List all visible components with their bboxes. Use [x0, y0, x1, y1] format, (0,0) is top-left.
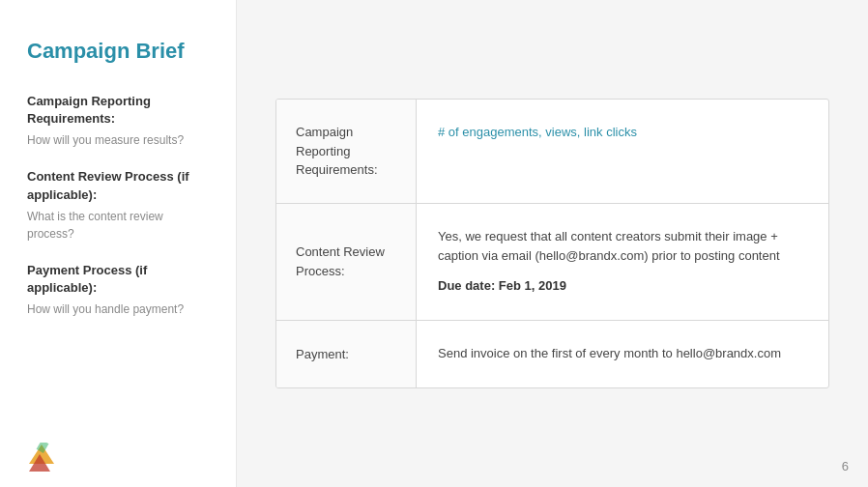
table-row: Payment: Send invoice on the first of ev… — [276, 321, 828, 387]
table-row: Content Review Process: Yes, we request … — [276, 204, 828, 321]
sidebar-section-heading-reporting: Campaign Reporting Requirements: — [27, 93, 209, 128]
sidebar-section-heading-review: Content Review Process (if applicable): — [27, 168, 209, 203]
sidebar-section-body-payment: How will you handle payment? — [27, 301, 209, 318]
main-content: Campaign Reporting Requirements: # of en… — [237, 0, 868, 487]
sidebar-section-heading-payment: Payment Process (if applicable): — [27, 262, 209, 297]
sidebar-section-review: Content Review Process (if applicable): … — [27, 168, 209, 242]
table-cell-value-review: Yes, we request that all content creator… — [417, 204, 828, 320]
table-cell-value-payment: Send invoice on the first of every month… — [417, 321, 828, 387]
table-cell-value-reporting: # of engagements, views, link clicks — [417, 100, 828, 203]
page-footer: 6 — [842, 459, 849, 473]
sidebar-section-body-reporting: How will you measure results? — [27, 131, 209, 149]
sidebar-section-reporting: Campaign Reporting Requirements: How wil… — [27, 93, 209, 149]
sidebar: Campaign Brief Campaign Reporting Requir… — [0, 0, 237, 487]
payment-value: Send invoice on the first of every month… — [438, 346, 781, 360]
table-cell-label-payment: Payment: — [276, 321, 417, 387]
data-table: Campaign Reporting Requirements: # of en… — [275, 99, 829, 388]
logo-icon — [27, 443, 56, 472]
sidebar-title: Campaign Brief — [27, 39, 209, 64]
logo-area — [27, 443, 56, 475]
sidebar-section-payment: Payment Process (if applicable): How wil… — [27, 262, 209, 318]
due-date: Due date: Feb 1, 2019 — [438, 276, 807, 297]
page-number: 6 — [842, 459, 849, 473]
reporting-value: # of engagements, views, link clicks — [438, 125, 637, 139]
table-cell-label-review: Content Review Process: — [276, 204, 417, 320]
review-value: Yes, we request that all content creator… — [438, 229, 780, 264]
sidebar-section-body-review: What is the content review process? — [27, 208, 209, 243]
table-cell-label-reporting: Campaign Reporting Requirements: — [276, 100, 417, 203]
table-row: Campaign Reporting Requirements: # of en… — [276, 100, 828, 204]
